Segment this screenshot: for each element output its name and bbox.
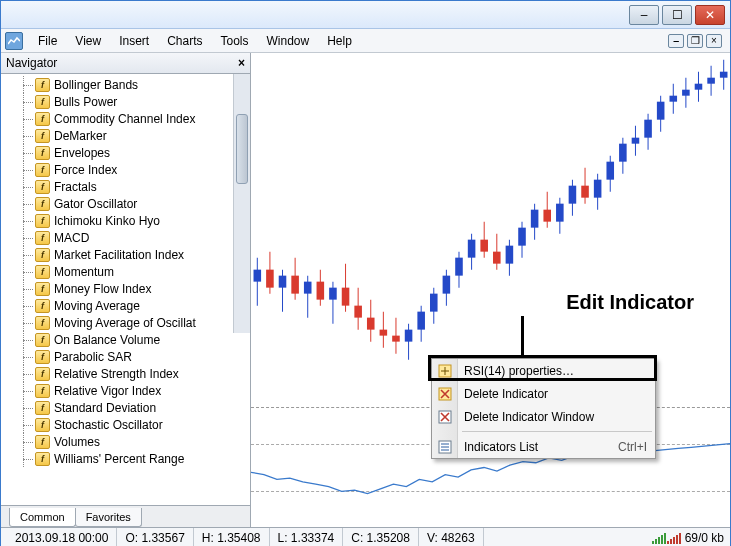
navigator-close-button[interactable]: × — [238, 56, 245, 70]
svg-rect-21 — [380, 330, 388, 336]
menu-help[interactable]: Help — [318, 31, 361, 51]
navigator-item[interactable]: fForce Index — [1, 161, 250, 178]
navigator-item-label: Envelopes — [54, 146, 110, 160]
svg-rect-59 — [619, 144, 627, 162]
annotation-label: Edit Indicator — [566, 291, 694, 314]
scrollbar-thumb[interactable] — [236, 114, 248, 184]
ctx-item-properties[interactable]: RSI(14) properties… — [432, 359, 655, 382]
minimize-icon: – — [641, 8, 648, 22]
mdi-minimize-button[interactable]: ‒ — [668, 34, 684, 48]
svg-rect-17 — [354, 306, 362, 318]
navigator-item[interactable]: fOn Balance Volume — [1, 331, 250, 348]
indicator-icon: f — [35, 418, 50, 432]
navigator-item[interactable]: fBulls Power — [1, 93, 250, 110]
svg-rect-69 — [682, 90, 690, 96]
menu-window[interactable]: Window — [258, 31, 319, 51]
navigator-item-label: Bulls Power — [54, 95, 117, 109]
svg-rect-13 — [329, 288, 337, 300]
app-icon — [5, 32, 23, 50]
navigator-item[interactable]: fVolumes — [1, 433, 250, 450]
navigator-item[interactable]: fBollinger Bands — [1, 76, 250, 93]
navigator-item[interactable]: fStochastic Oscillator — [1, 416, 250, 433]
window-close-button[interactable]: ✕ — [695, 5, 725, 25]
indicator-icon: f — [35, 384, 50, 398]
indicator-icon: f — [35, 367, 50, 381]
navigator-item-label: Parabolic SAR — [54, 350, 132, 364]
navigator-item[interactable]: fMoving Average of Oscillat — [1, 314, 250, 331]
navigator-item[interactable]: fMACD — [1, 229, 250, 246]
status-date: 2013.09.18 00:00 — [7, 528, 117, 546]
svg-rect-71 — [695, 84, 703, 90]
navigator-item[interactable]: fMarket Facilitation Index — [1, 246, 250, 263]
navigator-item-label: Standard Deviation — [54, 401, 156, 415]
svg-rect-37 — [480, 240, 488, 252]
connection-status: 69/0 kb — [644, 531, 724, 545]
menubar: File View Insert Charts Tools Window Hel… — [1, 29, 730, 53]
svg-rect-65 — [657, 102, 665, 120]
navigator-item-label: Volumes — [54, 435, 100, 449]
navigator-item-label: Market Facilitation Index — [54, 248, 184, 262]
svg-rect-67 — [669, 96, 677, 102]
properties-icon — [437, 363, 453, 379]
indicator-icon: f — [35, 333, 50, 347]
context-menu-separator — [462, 431, 652, 432]
svg-rect-7 — [291, 276, 299, 294]
svg-rect-43 — [518, 228, 526, 246]
navigator-item-label: Gator Oscillator — [54, 197, 137, 211]
svg-rect-39 — [493, 252, 501, 264]
window-minimize-button[interactable]: – — [629, 5, 659, 25]
ctx-item-indicators-list[interactable]: Indicators List Ctrl+I — [432, 435, 655, 458]
menu-charts[interactable]: Charts — [158, 31, 211, 51]
navigator-item-label: On Balance Volume — [54, 333, 160, 347]
navigator-item[interactable]: fRelative Vigor Index — [1, 382, 250, 399]
chart-area[interactable]: Edit Indicator RSI(14) properties… Delet… — [251, 53, 730, 527]
svg-rect-73 — [707, 78, 715, 84]
app-window: – ☐ ✕ File View Insert Charts Tools Wind… — [0, 0, 731, 546]
svg-rect-63 — [644, 120, 652, 138]
tab-favorites[interactable]: Favorites — [75, 508, 142, 527]
navigator-item-label: Relative Strength Index — [54, 367, 179, 381]
connection-bars-icon — [652, 532, 681, 544]
indicator-icon: f — [35, 299, 50, 313]
navigator-item-label: MACD — [54, 231, 89, 245]
indicator-icon: f — [35, 435, 50, 449]
navigator-item[interactable]: fCommodity Channel Index — [1, 110, 250, 127]
navigator-item[interactable]: fGator Oscillator — [1, 195, 250, 212]
window-maximize-button[interactable]: ☐ — [662, 5, 692, 25]
ctx-item-delete-indicator[interactable]: Delete Indicator — [432, 382, 655, 405]
svg-rect-29 — [430, 294, 438, 312]
svg-rect-45 — [531, 210, 539, 228]
navigator-item-label: Momentum — [54, 265, 114, 279]
navigator-header: Navigator × — [1, 53, 250, 74]
indicator-icon: f — [35, 78, 50, 92]
svg-rect-15 — [342, 288, 350, 306]
indicator-icon: f — [35, 282, 50, 296]
navigator-item[interactable]: fMoney Flow Index — [1, 280, 250, 297]
mdi-close-button[interactable]: × — [706, 34, 722, 48]
menu-file[interactable]: File — [29, 31, 66, 51]
navigator-item-label: Moving Average — [54, 299, 140, 313]
mdi-restore-button[interactable]: ❐ — [687, 34, 703, 48]
menu-tools[interactable]: Tools — [212, 31, 258, 51]
svg-rect-35 — [468, 240, 476, 258]
svg-rect-9 — [304, 282, 312, 294]
svg-rect-53 — [581, 186, 589, 198]
navigator-item[interactable]: fFractals — [1, 178, 250, 195]
navigator-item[interactable]: fEnvelopes — [1, 144, 250, 161]
context-menu: RSI(14) properties… Delete Indicator Del… — [431, 358, 656, 459]
ctx-item-delete-window[interactable]: Delete Indicator Window — [432, 405, 655, 428]
navigator-item[interactable]: fMomentum — [1, 263, 250, 280]
navigator-item[interactable]: fDeMarker — [1, 127, 250, 144]
navigator-item[interactable]: fRelative Strength Index — [1, 365, 250, 382]
svg-rect-57 — [606, 162, 614, 180]
menu-view[interactable]: View — [66, 31, 110, 51]
navigator-item[interactable]: fIchimoku Kinko Hyo — [1, 212, 250, 229]
navigator-scrollbar[interactable] — [233, 74, 250, 333]
tab-common[interactable]: Common — [9, 508, 76, 527]
navigator-item[interactable]: fMoving Average — [1, 297, 250, 314]
navigator-item[interactable]: fParabolic SAR — [1, 348, 250, 365]
navigator-item[interactable]: fWilliams' Percent Range — [1, 450, 250, 467]
menu-insert[interactable]: Insert — [110, 31, 158, 51]
close-icon: ✕ — [705, 8, 715, 22]
navigator-item[interactable]: fStandard Deviation — [1, 399, 250, 416]
